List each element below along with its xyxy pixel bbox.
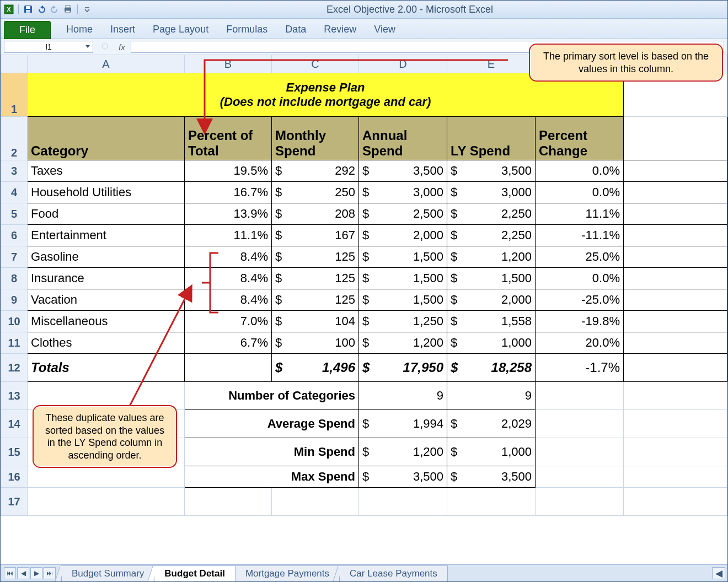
- title-bar: X Excel Objective 2.00 - Microsoft Excel: [1, 1, 727, 19]
- tab-file[interactable]: File: [4, 21, 51, 39]
- sheet-nav-last-icon[interactable]: ⏭: [44, 567, 56, 579]
- table-row: 11 Clothes 6.7% $100 $1,200 $1,000 20.0%: [1, 332, 727, 354]
- table-row: 7 Gasoline 8.4% $125 $1,500 $1,200 25.0%: [1, 246, 727, 268]
- col-header-a[interactable]: A: [28, 55, 185, 73]
- window-title: Excel Objective 2.00 - Microsoft Excel: [95, 4, 724, 15]
- excel-icon: X: [4, 4, 14, 14]
- table-row: 10 Miscellaneous 7.0% $104 $1,250 $1,558…: [1, 311, 727, 332]
- hdr-percent-change[interactable]: Percent Change: [536, 117, 624, 160]
- hdr-ly-spend[interactable]: LY Spend: [447, 117, 536, 160]
- table-row: 8 Insurance 8.4% $125 $1,500 $1,500 0.0%: [1, 268, 727, 289]
- callout-left: These duplicate values are sorted based …: [33, 405, 177, 468]
- svg-point-8: [102, 44, 108, 49]
- sheet-nav-buttons: ⏮ ◀ ▶ ⏭: [4, 567, 56, 579]
- tab-data[interactable]: Data: [283, 20, 308, 39]
- svg-rect-4: [26, 10, 30, 13]
- row-2: 2 Category Percent of Total Monthly Spen…: [1, 117, 727, 160]
- sheet-nav-next-icon[interactable]: ▶: [30, 567, 42, 579]
- sheet-subtitle: (Does not include mortgage and car): [31, 95, 620, 109]
- select-all-corner[interactable]: [1, 55, 28, 73]
- tab-view[interactable]: View: [372, 20, 398, 39]
- hdr-category[interactable]: Category: [28, 117, 185, 160]
- hdr-percent-total[interactable]: Percent of Total: [185, 117, 272, 160]
- stats-row: 16 Max Spend $3,500 $3,500: [1, 466, 727, 488]
- totals-row: 12 Totals $1,496 $17,950 $18,258 -1.7%: [1, 354, 727, 382]
- col-header-d[interactable]: D: [359, 55, 447, 73]
- col-header-c[interactable]: C: [272, 55, 359, 73]
- row-header-2[interactable]: 2: [1, 117, 28, 160]
- svg-rect-3: [26, 6, 30, 9]
- svg-rect-6: [66, 6, 70, 8]
- fx-label[interactable]: fx: [119, 42, 125, 52]
- undo-icon[interactable]: [36, 4, 46, 14]
- ribbon-tabs: File Home Insert Page Layout Formulas Da…: [1, 19, 727, 39]
- print-icon[interactable]: [63, 4, 73, 14]
- sheet-tab-car-lease-payments[interactable]: Car Lease Payments: [339, 565, 448, 581]
- cancel-icon: [101, 42, 109, 52]
- hdr-annual-spend[interactable]: Annual Spend: [359, 117, 447, 160]
- table-row: 5 Food 13.9% $208 $2,500 $2,250 11.1%: [1, 203, 727, 225]
- tab-formulas[interactable]: Formulas: [224, 20, 270, 39]
- tab-insert[interactable]: Insert: [108, 20, 137, 39]
- sheet-title: Expense Plan: [31, 80, 620, 95]
- sheet-nav-first-icon[interactable]: ⏮: [4, 567, 16, 579]
- name-box-dropdown-icon[interactable]: [84, 42, 92, 52]
- table-row: 3 Taxes 19.5% $292 $3,500 $3,500 0.0%: [1, 160, 727, 182]
- tab-page-layout[interactable]: Page Layout: [151, 20, 211, 39]
- sheet-nav-prev-icon[interactable]: ◀: [17, 567, 29, 579]
- svg-text:X: X: [7, 6, 11, 13]
- sheet-tab-budget-summary[interactable]: Budget Summary: [61, 565, 154, 581]
- redo-icon[interactable]: [50, 4, 60, 14]
- callout-top: The primary sort level is based on the v…: [529, 44, 723, 82]
- sheet-tab-budget-detail[interactable]: Budget Detail: [154, 565, 235, 581]
- name-box-value: I1: [45, 42, 52, 51]
- tab-home[interactable]: Home: [64, 20, 95, 39]
- table-row: 4 Household Utilities 16.7% $250 $3,000 …: [1, 182, 727, 203]
- horizontal-scroll-left-icon[interactable]: ◀: [712, 567, 725, 579]
- qat-dropdown-icon[interactable]: [82, 4, 92, 14]
- row-header-1[interactable]: 1: [1, 73, 28, 117]
- save-icon[interactable]: [23, 4, 33, 14]
- tab-review[interactable]: Review: [322, 20, 358, 39]
- table-row: 9 Vacation 8.4% $125 $1,500 $2,000 -25.0…: [1, 289, 727, 311]
- name-box[interactable]: I1: [4, 41, 93, 53]
- row-17: 17: [1, 488, 727, 516]
- worksheet[interactable]: A B C D E F 1 Expense Plan (Does not inc…: [1, 55, 727, 565]
- totals-label[interactable]: Totals: [28, 354, 185, 382]
- col-header-e[interactable]: E: [447, 55, 536, 73]
- col-header-b[interactable]: B: [185, 55, 272, 73]
- sheet-tab-mortgage-payments[interactable]: Mortgage Payments: [235, 565, 340, 581]
- sheet-tab-bar: ⏮ ◀ ▶ ⏭ Budget Summary Budget Detail Mor…: [1, 564, 727, 581]
- svg-rect-7: [66, 10, 70, 13]
- hdr-monthly-spend[interactable]: Monthly Spend: [272, 117, 359, 160]
- table-row: 6 Entertainment 11.1% $167 $2,000 $2,250…: [1, 225, 727, 246]
